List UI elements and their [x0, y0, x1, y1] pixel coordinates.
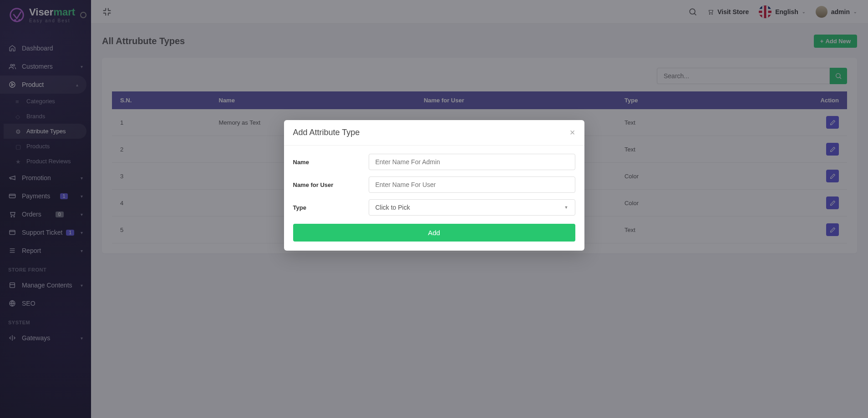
label-type: Type	[293, 204, 361, 211]
modal-add-button[interactable]: Add	[293, 224, 575, 242]
select-type[interactable]: Click to Pick ▼	[369, 199, 575, 216]
input-name-for-user[interactable]	[369, 176, 575, 193]
add-attribute-modal: Add Attribute Type × Name Name for User …	[284, 120, 584, 251]
close-icon: ×	[570, 127, 575, 137]
input-name[interactable]	[369, 154, 575, 170]
select-type-value: Click to Pick	[376, 204, 410, 211]
chevron-down-icon: ▼	[564, 205, 569, 210]
modal-close-button[interactable]: ×	[570, 127, 575, 138]
label-name-for-user: Name for User	[293, 181, 361, 188]
modal-add-label: Add	[428, 229, 440, 237]
label-name: Name	[293, 159, 361, 166]
modal-title: Add Attribute Type	[293, 128, 360, 137]
